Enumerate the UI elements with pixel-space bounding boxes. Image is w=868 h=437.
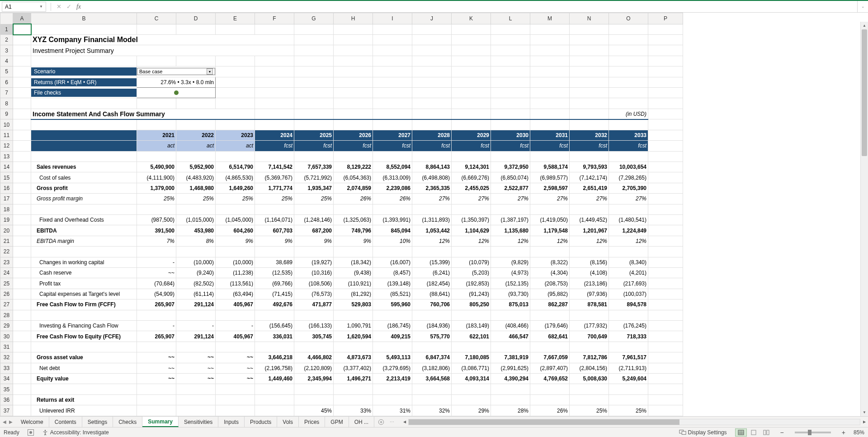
data-cell[interactable]: 805,250 [452,299,491,310]
data-cell[interactable]: 7,812,786 [570,352,609,363]
row-header-10[interactable]: 10 [0,119,13,130]
data-cell[interactable]: 862,287 [530,299,570,310]
sheet-tab-vols[interactable]: Vols [277,417,299,427]
data-cell[interactable]: 25% [609,405,648,416]
row-header-36[interactable]: 36 [0,394,13,405]
data-cell[interactable]: 28% [491,405,530,416]
data-cell[interactable]: (1,350,397) [452,214,491,225]
data-cell[interactable]: 8,129,222 [334,162,373,172]
data-cell[interactable]: (208,753) [530,278,570,289]
data-cell[interactable]: 1,620,594 [334,331,373,342]
data-cell[interactable]: 1,649,260 [216,183,255,193]
data-cell[interactable]: 336,031 [255,331,294,342]
horizontal-scrollbar[interactable]: ◀ ▶ [401,419,868,425]
data-cell[interactable]: (70,684) [137,278,176,289]
data-cell[interactable]: 700,649 [570,331,609,342]
data-cell[interactable]: (179,646) [530,321,570,331]
hscroll-track[interactable] [408,419,860,425]
title-cell[interactable]: Investment Project Summary [31,45,294,56]
data-cell[interactable]: (10,000) [176,257,216,267]
data-cell[interactable]: (8,322) [530,257,570,267]
name-box-dropdown-icon[interactable]: ▼ [39,5,43,9]
data-cell[interactable]: 1,179,548 [530,225,570,236]
data-cell[interactable]: ~~ [176,374,216,384]
sheet-tab-sensitivities[interactable]: Sensitivities [179,417,218,427]
row-header-12[interactable]: 12 [0,141,13,151]
data-cell[interactable]: 25% [216,194,255,204]
data-cell[interactable]: (1,449,452) [570,214,609,225]
data-cell[interactable]: 25% [176,194,216,204]
data-cell[interactable]: 575,770 [412,331,452,342]
expand-formula-icon[interactable]: ⌄ [857,1,868,12]
data-cell[interactable]: (1,419,050) [530,214,570,225]
data-cell[interactable]: (1,311,893) [412,214,452,225]
data-cell[interactable]: (10,079) [452,257,491,267]
data-cell[interactable]: 27% [412,194,452,204]
sheet-tab-prices[interactable]: Prices [299,417,325,427]
col-header-B[interactable]: B [31,13,137,24]
data-cell[interactable]: (1,164,071) [255,214,294,225]
data-cell[interactable]: (408,466) [491,321,530,331]
data-cell[interactable]: 9% [216,236,255,246]
data-cell[interactable]: (4,973) [491,267,530,278]
data-cell[interactable]: 2,213,419 [373,374,412,384]
data-cell[interactable]: 6,514,790 [216,162,255,172]
data-cell[interactable]: 27% [609,194,648,204]
data-cell[interactable]: 1,935,347 [294,183,334,193]
data-cell[interactable]: 8% [176,236,216,246]
data-cell[interactable]: 4,093,314 [452,374,491,384]
data-cell[interactable]: 27% [530,194,570,204]
row-header-22[interactable]: 22 [0,247,13,257]
data-cell[interactable]: (85,521) [373,289,412,299]
row-header-23[interactable]: 23 [0,257,13,267]
data-cell[interactable]: 7,141,542 [255,162,294,172]
data-cell[interactable]: 25% [255,194,294,204]
scroll-down-icon[interactable]: ▼ [861,408,868,416]
col-header-D[interactable]: D [176,13,216,24]
name-box[interactable]: A1 ▼ [2,2,46,12]
data-cell[interactable]: (1,248,146) [294,214,334,225]
data-cell[interactable]: 12% [452,236,491,246]
data-cell[interactable]: (9,240) [176,267,216,278]
row-header-6[interactable]: 6 [0,77,13,87]
data-cell[interactable]: (6,850,074) [491,172,530,183]
data-cell[interactable]: (2,196,758) [255,363,294,373]
data-cell[interactable]: 6,847,374 [412,352,452,363]
data-cell[interactable]: (1,015,000) [176,214,216,225]
data-cell[interactable]: (81,292) [334,289,373,299]
data-cell[interactable]: 291,124 [176,299,216,310]
data-cell[interactable]: 12% [530,236,570,246]
sheet-tab-welcome[interactable]: Welcome [15,417,49,427]
data-cell[interactable]: 9% [255,236,294,246]
data-cell[interactable]: ~~ [137,374,176,384]
row-header-24[interactable]: 24 [0,267,13,278]
data-cell[interactable]: (176,245) [609,321,648,331]
data-cell[interactable]: (1,480,541) [609,214,648,225]
data-cell[interactable]: (2,804,156) [570,363,609,373]
data-cell[interactable]: 305,745 [294,331,334,342]
data-cell[interactable]: (183,149) [452,321,491,331]
data-cell[interactable]: (16,007) [373,257,412,267]
cancel-icon[interactable]: ✕ [54,3,64,10]
data-cell[interactable]: 2,651,419 [570,183,609,193]
data-cell[interactable]: (3,279,695) [373,363,412,373]
data-cell[interactable]: 1,468,980 [176,183,216,193]
data-cell[interactable]: (2,991,625) [491,363,530,373]
data-cell[interactable]: 265,907 [137,331,176,342]
data-cell[interactable]: 9,588,174 [530,162,570,172]
data-cell[interactable]: (9,829) [491,257,530,267]
data-cell[interactable]: (6,989,577) [530,172,570,183]
sheet-tab-oh-[interactable]: OH ... [349,417,374,427]
data-cell[interactable] [137,405,176,416]
data-cell[interactable]: (156,645) [255,321,294,331]
row-header-25[interactable]: 25 [0,278,13,289]
data-cell[interactable]: 31% [373,405,412,416]
data-cell[interactable]: 38,689 [255,257,294,267]
sheet-tab-contents[interactable]: Contents [49,417,82,427]
data-cell[interactable]: 4,873,673 [334,352,373,363]
title-cell[interactable]: XYZ Company Financial Model [31,35,294,45]
data-cell[interactable]: (5,369,767) [255,172,294,183]
data-cell[interactable]: 27% [491,194,530,204]
data-cell[interactable]: 7,180,085 [452,352,491,363]
data-cell[interactable]: 10,003,654 [609,162,648,172]
